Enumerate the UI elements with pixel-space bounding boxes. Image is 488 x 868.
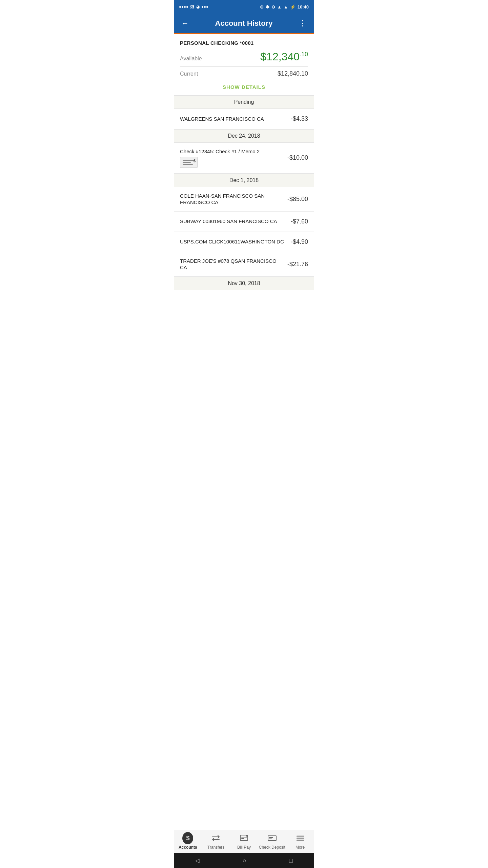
bluetooth-icon: ✱ <box>266 4 269 9</box>
transaction-name: COLE HAAN-SAN FRANCISCO SAN FRANCISCO CA <box>180 193 283 206</box>
signal-dots-2 <box>202 6 208 8</box>
back-button[interactable]: ← <box>180 18 190 29</box>
check-icon: $ <box>180 157 198 168</box>
main-content: PERSONAL CHECKING *0001 Available $12,34… <box>174 34 314 331</box>
transaction-left: WALGREENS SAN FRANCISCO CA <box>180 116 291 122</box>
transaction-row[interactable]: WALGREENS SAN FRANCISCO CA-$4.33 <box>174 109 314 129</box>
current-amount: $12,840.10 <box>278 70 308 77</box>
transaction-amount: -$7.60 <box>291 218 308 225</box>
app-header: ← Account History ⋮ <box>174 14 314 34</box>
transaction-name: USPS.COM CLICK100611WASHINGTON DC <box>180 238 287 245</box>
transaction-amount: -$4.90 <box>291 238 308 245</box>
transaction-amount: -$21.76 <box>287 261 308 268</box>
transaction-left: Check #12345: Check #1 / Memo 2 $ <box>180 148 287 168</box>
transaction-left: SUBWAY 00301960 SAN FRANCISCO CA <box>180 218 291 225</box>
transaction-amount: -$85.00 <box>287 196 308 203</box>
transaction-row[interactable]: Check #12345: Check #1 / Memo 2 $ -$10.0… <box>174 143 314 174</box>
transaction-amount: -$4.33 <box>291 115 308 122</box>
current-label: Current <box>180 71 198 77</box>
section-header: Dec 1, 2018 <box>174 174 314 187</box>
account-name: PERSONAL CHECKING *0001 <box>180 40 308 46</box>
transaction-row[interactable]: USPS.COM CLICK100611WASHINGTON DC-$4.90 <box>174 232 314 252</box>
transaction-amount: -$10.00 <box>287 154 308 161</box>
show-details-button[interactable]: SHOW DETAILS <box>180 80 308 92</box>
wifi-icon: ▲ <box>277 4 282 9</box>
battery-icon: ⚡ <box>290 4 296 9</box>
signal-icon <box>179 6 188 8</box>
more-options-button[interactable]: ⋮ <box>298 18 308 29</box>
transaction-left: USPS.COM CLICK100611WASHINGTON DC <box>180 238 291 245</box>
transaction-left: COLE HAAN-SAN FRANCISCO SAN FRANCISCO CA <box>180 193 287 206</box>
transaction-row[interactable]: COLE HAAN-SAN FRANCISCO SAN FRANCISCO CA… <box>174 187 314 212</box>
available-balance-row: Available $12,340.10 <box>180 51 308 63</box>
transactions-list: PendingWALGREENS SAN FRANCISCO CA-$4.33D… <box>174 95 314 290</box>
balance-divider <box>180 66 308 67</box>
section-header: Dec 24, 2018 <box>174 129 314 143</box>
current-balance-row: Current $12,840.10 <box>180 70 308 77</box>
transaction-name: WALGREENS SAN FRANCISCO CA <box>180 116 287 122</box>
transaction-row[interactable]: SUBWAY 00301960 SAN FRANCISCO CA-$7.60 <box>174 212 314 232</box>
available-amount: $12,340.10 <box>260 51 308 63</box>
status-right: ⊕ ✱ ⊖ ▲ ▲ ⚡ 10:40 <box>260 4 309 9</box>
plus-circle-icon: ⊕ <box>260 4 264 9</box>
status-left: 🖼 ◕ <box>179 4 208 9</box>
transaction-name: Check #12345: Check #1 / Memo 2 <box>180 148 283 155</box>
transaction-name: SUBWAY 00301960 SAN FRANCISCO CA <box>180 218 287 225</box>
signal-bars-icon: ▲ <box>284 4 288 9</box>
transaction-name: TRADER JOE'S #078 QSAN FRANCISCO CA <box>180 258 283 271</box>
transaction-left: TRADER JOE'S #078 QSAN FRANCISCO CA <box>180 258 287 271</box>
transaction-row[interactable]: TRADER JOE'S #078 QSAN FRANCISCO CA-$21.… <box>174 252 314 277</box>
clock: 10:40 <box>298 4 309 9</box>
sync-icon: ◕ <box>196 4 200 9</box>
available-label: Available <box>180 56 202 62</box>
page-title: Account History <box>190 19 298 28</box>
account-section: PERSONAL CHECKING *0001 Available $12,34… <box>174 34 314 95</box>
status-bar: 🖼 ◕ ⊕ ✱ ⊖ ▲ ▲ ⚡ 10:40 <box>174 0 314 14</box>
minus-circle-icon: ⊖ <box>271 4 275 9</box>
camera-icon: 🖼 <box>190 4 194 9</box>
section-header: Nov 30, 2018 <box>174 277 314 290</box>
section-header: Pending <box>174 95 314 109</box>
